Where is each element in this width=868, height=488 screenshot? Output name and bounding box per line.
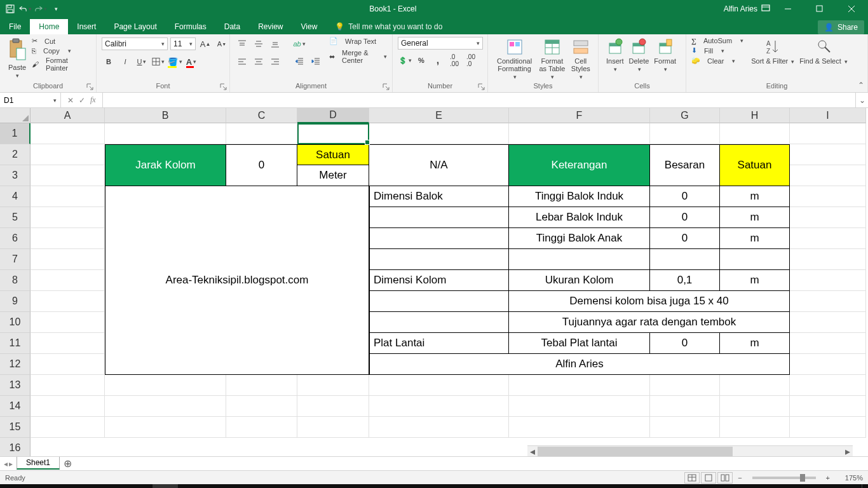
format-cells-button[interactable]: Format▾ — [651, 37, 679, 74]
autosum-button[interactable]: ∑ AutoSum ▾ — [691, 37, 743, 44]
cell-I11[interactable] — [790, 333, 866, 354]
zoom-out-button[interactable]: − — [734, 474, 745, 482]
cell-B13[interactable] — [105, 375, 226, 396]
cell-A7[interactable] — [31, 249, 105, 270]
name-box[interactable]: D1▾ — [0, 93, 61, 107]
cell-I6[interactable] — [790, 228, 866, 249]
cell-I14[interactable] — [790, 396, 866, 417]
row-header-10[interactable]: 10 — [0, 312, 31, 333]
tab-formulas[interactable]: Formulas — [166, 19, 215, 34]
cell-F5[interactable]: Lebar Balok Induk — [509, 207, 650, 228]
row-header-15[interactable]: 15 — [0, 417, 31, 438]
search-button[interactable] — [25, 484, 51, 488]
cell-F15[interactable] — [509, 417, 650, 438]
cancel-icon[interactable]: ✕ — [67, 96, 74, 105]
enter-icon[interactable]: ✓ — [79, 96, 85, 105]
cell-G1[interactable] — [650, 123, 720, 144]
cell-G6[interactable]: 0 — [650, 228, 720, 249]
comma-button[interactable]: , — [431, 53, 445, 67]
cell-F14[interactable] — [509, 396, 650, 417]
minimize-button[interactable] — [774, 0, 802, 18]
formula-input[interactable] — [103, 93, 855, 107]
cell-E12[interactable]: Alfin Aries — [369, 354, 790, 375]
cell-I3[interactable] — [790, 165, 866, 186]
page-break-view-button[interactable] — [717, 472, 733, 484]
cell-G8[interactable]: 0,1 — [650, 270, 720, 291]
cell-B14[interactable] — [105, 396, 226, 417]
grow-font-button[interactable]: A▲ — [198, 37, 212, 51]
cell-B15[interactable] — [105, 417, 226, 438]
cell-A4[interactable] — [31, 186, 105, 207]
cell-A14[interactable] — [31, 396, 105, 417]
share-button[interactable]: 👤Share — [818, 20, 864, 34]
cell-E1[interactable] — [369, 123, 509, 144]
column-header-G[interactable]: G — [650, 108, 720, 123]
cell-B4[interactable]: Area-Tekniksipil.blogspot.com — [105, 186, 369, 375]
wrap-text-button[interactable]: 📄 Wrap Text — [329, 37, 387, 45]
cell-A8[interactable] — [31, 270, 105, 291]
row-header-2[interactable]: 2 — [0, 144, 31, 165]
cell-F10[interactable]: Tujuannya agar rata dengan tembok — [509, 312, 790, 333]
column-header-I[interactable]: I — [790, 108, 866, 123]
cell-C14[interactable] — [226, 396, 297, 417]
cell-C15[interactable] — [226, 417, 297, 438]
dialog-launcher-icon[interactable] — [383, 83, 390, 91]
paint-icon[interactable]: 🎨 — [178, 484, 203, 488]
row-header-11[interactable]: 11 — [0, 333, 31, 354]
cell-A2[interactable] — [31, 144, 105, 165]
column-header-F[interactable]: F — [509, 108, 650, 123]
collapse-ribbon-icon[interactable]: ⌃ — [858, 81, 864, 90]
increase-decimal-button[interactable]: .0.00 — [447, 53, 461, 67]
zoom-level[interactable]: 175% — [835, 474, 863, 482]
align-right-button[interactable] — [268, 55, 282, 69]
cell-G15[interactable] — [650, 417, 720, 438]
borders-button[interactable]: ▾ — [151, 55, 165, 69]
cell-E13[interactable] — [369, 375, 509, 396]
column-header-D[interactable]: D — [297, 108, 369, 123]
cell-G13[interactable] — [650, 375, 720, 396]
cell-F9[interactable]: Demensi kolom bisa juga 15 x 40 — [509, 291, 790, 312]
cell-F8[interactable]: Ukuran Kolom — [509, 270, 650, 291]
dialog-launcher-icon[interactable] — [220, 83, 227, 91]
increase-indent-button[interactable] — [309, 55, 323, 69]
cell-E6[interactable] — [369, 228, 509, 249]
italic-button[interactable]: I — [118, 55, 132, 69]
decrease-decimal-button[interactable]: .00.0 — [464, 53, 478, 67]
percent-button[interactable]: % — [414, 53, 428, 67]
font-size-combo[interactable]: 11▾ — [170, 37, 196, 50]
cell-I1[interactable] — [790, 123, 866, 144]
cell-A6[interactable] — [31, 228, 105, 249]
accounting-format-button[interactable]: 💲▾ — [398, 53, 412, 67]
row-header-1[interactable]: 1 — [0, 123, 31, 144]
page-layout-view-button[interactable] — [701, 472, 716, 484]
cell-D14[interactable] — [297, 396, 369, 417]
cell-E7[interactable] — [369, 249, 509, 270]
cell-A13[interactable] — [31, 375, 105, 396]
store-icon[interactable]: 🛍 — [102, 484, 127, 488]
tab-data[interactable]: Data — [215, 19, 249, 34]
column-header-C[interactable]: C — [226, 108, 297, 123]
row-header-3[interactable]: 3 — [0, 165, 31, 186]
zoom-in-button[interactable]: + — [822, 474, 834, 482]
cell-I5[interactable] — [790, 207, 866, 228]
clear-button[interactable]: 🧽 Clear ▾ — [691, 57, 743, 65]
ribbon-display-icon[interactable] — [761, 4, 770, 14]
cell-E10[interactable] — [369, 312, 509, 333]
find-select-button[interactable]: Find & Select ▾ — [797, 37, 850, 67]
cell-H5[interactable]: m — [720, 207, 790, 228]
cell-I10[interactable] — [790, 312, 866, 333]
sort-filter-button[interactable]: AZSort & Filter ▾ — [749, 37, 797, 67]
cell-C1[interactable] — [226, 123, 297, 144]
cell-D15[interactable] — [297, 417, 369, 438]
tab-view[interactable]: View — [292, 19, 327, 34]
cell-A1[interactable] — [31, 123, 105, 144]
column-header-H[interactable]: H — [720, 108, 790, 123]
cell-I15[interactable] — [790, 417, 866, 438]
cell-D3[interactable]: Meter — [297, 165, 369, 186]
align-center-button[interactable] — [252, 55, 266, 69]
cell-H11[interactable]: m — [720, 333, 790, 354]
cell-I13[interactable] — [790, 375, 866, 396]
cell-D13[interactable] — [297, 375, 369, 396]
zoom-slider[interactable] — [752, 477, 816, 479]
column-header-E[interactable]: E — [369, 108, 509, 123]
